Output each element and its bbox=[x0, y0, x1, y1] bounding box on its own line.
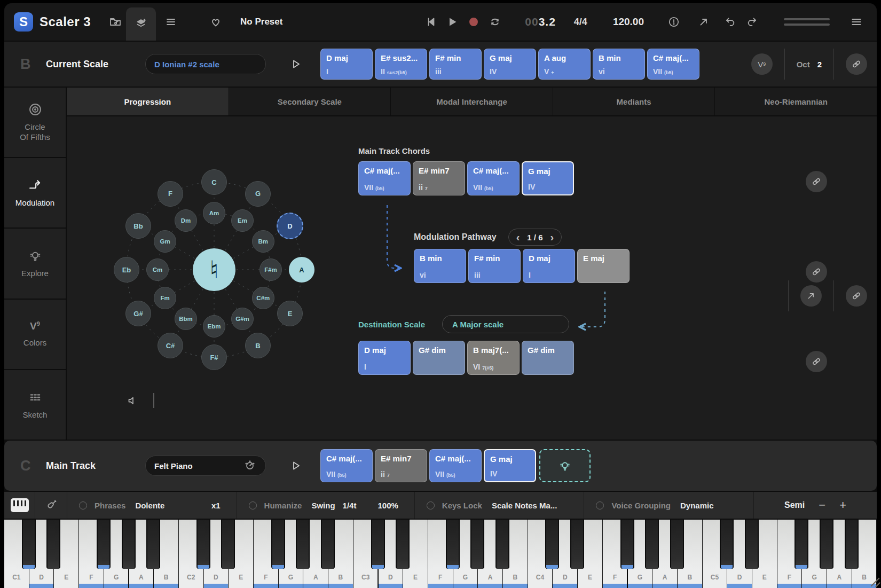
setting-value[interactable]: Scale Notes Ma... bbox=[492, 501, 557, 510]
list-view-icon[interactable] bbox=[160, 11, 182, 33]
black-key-c#2[interactable] bbox=[196, 520, 210, 569]
preset-name[interactable]: No Preset bbox=[240, 17, 282, 27]
chord-b-min[interactable]: B minvi bbox=[414, 249, 466, 283]
scale-name-input[interactable]: D Ionian #2 scale bbox=[145, 54, 266, 74]
black-key-g#2[interactable] bbox=[296, 520, 310, 569]
chord-c#-maj-[interactable]: C# maj(...VII (b5) bbox=[647, 49, 699, 80]
setting-value[interactable]: Dolente bbox=[135, 501, 164, 510]
tempo-value[interactable]: 120.00 bbox=[613, 16, 644, 28]
black-key-f#3[interactable] bbox=[446, 520, 460, 569]
setting-value[interactable]: Dynamic bbox=[680, 501, 714, 510]
cof-major-c#[interactable]: C# bbox=[158, 333, 183, 358]
cof-minor-g#m[interactable]: G#m bbox=[231, 308, 254, 330]
chord-c#-maj-[interactable]: C# maj(...VII (b5) bbox=[429, 449, 482, 482]
cof-minor-dm[interactable]: Dm bbox=[175, 209, 197, 232]
chord-e#-min7[interactable]: E# min7ii 7 bbox=[375, 449, 427, 482]
share-arrow-icon[interactable] bbox=[693, 11, 714, 33]
scale-play-button[interactable] bbox=[285, 53, 306, 75]
chord-d-maj[interactable]: D majI bbox=[358, 341, 411, 375]
circle-volume-control[interactable] bbox=[127, 390, 154, 411]
instrument-selector[interactable]: Felt Piano bbox=[145, 456, 266, 476]
row-link-button-1[interactable] bbox=[806, 171, 827, 192]
row-link-button-2[interactable] bbox=[806, 261, 827, 283]
tab-main-view[interactable] bbox=[126, 7, 156, 41]
record-button[interactable] bbox=[463, 11, 484, 33]
track-share-button[interactable] bbox=[800, 285, 822, 307]
tab-modal-interchange[interactable]: Modal Interchange bbox=[391, 88, 553, 115]
black-key-d#2[interactable] bbox=[221, 520, 235, 569]
sidebar-item-sketch[interactable]: Sketch bbox=[4, 370, 66, 440]
black-key-g#3[interactable] bbox=[470, 520, 484, 569]
black-key-g#5[interactable] bbox=[820, 520, 833, 569]
cof-major-f[interactable]: F bbox=[158, 181, 183, 207]
cof-major-bb[interactable]: Bb bbox=[125, 213, 151, 239]
chord-f#-min[interactable]: F# miniii bbox=[429, 49, 482, 80]
chord-d-maj[interactable]: D majI bbox=[523, 249, 575, 283]
octave-control[interactable]: Oct 2 bbox=[797, 60, 822, 69]
chord-e#-sus2-[interactable]: E# sus2...II sus2(b5) bbox=[375, 49, 427, 80]
chord-g-maj[interactable]: G majIV bbox=[522, 161, 574, 195]
chord-c#-maj-[interactable]: C# maj(...VII (b5) bbox=[358, 161, 411, 195]
chord-e#-min7[interactable]: E# min7ii 7 bbox=[413, 161, 465, 195]
sidebar-item-colors[interactable]: V9Colors bbox=[4, 300, 66, 369]
destination-scale-input[interactable]: A Major scale bbox=[442, 315, 569, 333]
black-key-d#1[interactable] bbox=[46, 520, 60, 569]
black-key-a#2[interactable] bbox=[321, 520, 335, 569]
black-key-f#4[interactable] bbox=[620, 520, 634, 569]
sidebar-item-circle-of-fifths[interactable]: Circle Of Fifths bbox=[4, 88, 66, 157]
setting-extra[interactable]: 1/4t bbox=[343, 501, 357, 510]
pager-prev-icon[interactable]: ‹ bbox=[516, 232, 520, 242]
scale-link-button[interactable] bbox=[846, 53, 867, 75]
track-play-button[interactable] bbox=[285, 455, 306, 476]
black-key-g#1[interactable] bbox=[122, 520, 136, 569]
cof-minor-bbm[interactable]: Bbm bbox=[175, 308, 197, 330]
black-key-f#1[interactable] bbox=[97, 520, 111, 569]
black-key-d#5[interactable] bbox=[745, 520, 759, 569]
keyboard-view-button[interactable] bbox=[11, 498, 29, 512]
instrument-knob-icon[interactable] bbox=[243, 459, 257, 473]
chord-g#-dim[interactable]: G# dim bbox=[413, 341, 465, 375]
tab-secondary-scale[interactable]: Secondary Scale bbox=[229, 88, 391, 115]
black-key-f#2[interactable] bbox=[271, 520, 285, 569]
cof-minor-c#m[interactable]: C#m bbox=[252, 287, 274, 309]
chord-b-min[interactable]: B minvi bbox=[593, 49, 645, 80]
black-key-c#5[interactable] bbox=[720, 520, 734, 569]
black-key-c#1[interactable] bbox=[22, 520, 36, 569]
cof-center-natural[interactable]: ♮ bbox=[193, 248, 235, 291]
radio-toggle[interactable] bbox=[79, 501, 87, 509]
suggest-chord-button[interactable] bbox=[539, 449, 591, 482]
play-button[interactable] bbox=[442, 11, 463, 33]
cof-minor-f#m[interactable]: F#m bbox=[259, 258, 282, 281]
cof-major-eb[interactable]: Eb bbox=[114, 257, 139, 283]
cof-major-f#[interactable]: F# bbox=[201, 344, 227, 370]
guitar-view-button[interactable] bbox=[41, 495, 62, 516]
chord-g-maj[interactable]: G majIV bbox=[484, 49, 536, 80]
tab-mediants[interactable]: Mediants bbox=[553, 88, 715, 115]
redo-button[interactable] bbox=[741, 11, 762, 33]
black-key-d#4[interactable] bbox=[570, 520, 584, 569]
black-key-a#3[interactable] bbox=[495, 520, 509, 569]
track-link-button[interactable] bbox=[846, 285, 867, 307]
cof-major-a[interactable]: A bbox=[289, 257, 314, 283]
chord-a-aug[interactable]: A augV + bbox=[538, 49, 591, 80]
black-key-c#3[interactable] bbox=[371, 520, 385, 569]
browser-icon[interactable] bbox=[105, 11, 126, 33]
row-link-button-3[interactable] bbox=[806, 351, 827, 372]
pager-next-icon[interactable]: › bbox=[550, 232, 554, 242]
cof-major-g[interactable]: G bbox=[245, 181, 271, 207]
chord-g-maj[interactable]: G majIV bbox=[484, 449, 536, 482]
skip-start-button[interactable] bbox=[420, 11, 442, 33]
cof-major-b[interactable]: B bbox=[245, 333, 271, 358]
black-key-a#1[interactable] bbox=[146, 520, 160, 569]
black-key-d#3[interactable] bbox=[396, 520, 410, 569]
cof-minor-bm[interactable]: Bm bbox=[252, 230, 274, 253]
radio-toggle[interactable] bbox=[596, 501, 604, 509]
setting-extra[interactable]: 100% bbox=[377, 501, 398, 510]
cof-minor-gm[interactable]: Gm bbox=[154, 230, 176, 253]
chord-b-maj7-[interactable]: B maj7(...VI 7(#5) bbox=[467, 341, 520, 375]
resize-grip[interactable] bbox=[868, 575, 880, 587]
black-key-g#4[interactable] bbox=[645, 520, 659, 569]
cof-major-c[interactable]: C bbox=[201, 169, 227, 195]
cof-minor-am[interactable]: Am bbox=[203, 202, 225, 224]
time-signature[interactable]: 4/4 bbox=[574, 17, 587, 28]
